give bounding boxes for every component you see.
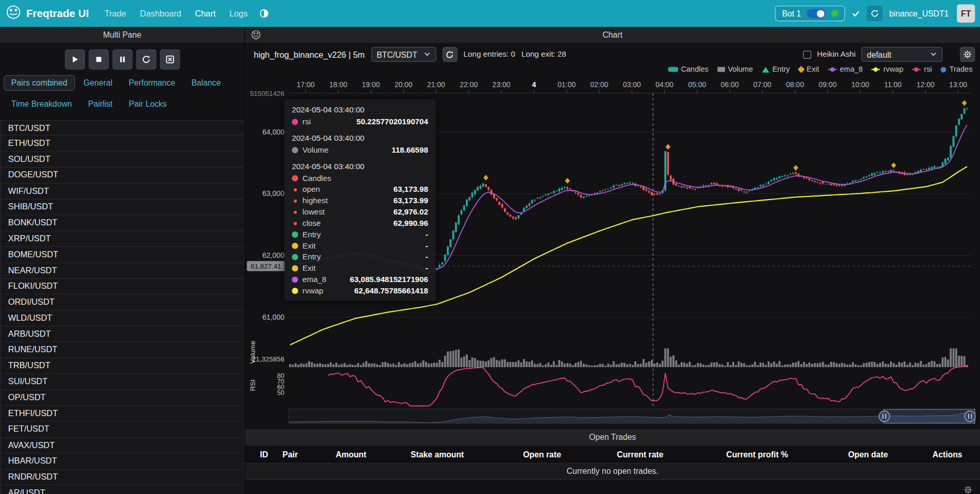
svg-text:21,325856: 21,325856 — [252, 355, 284, 363]
bot-selector[interactable]: Bot 1 — [775, 6, 844, 21]
column-header-current-profit-[interactable]: Current profit % — [720, 446, 842, 463]
pair-item[interactable]: HBAR/USDT — [0, 454, 244, 470]
pair-item[interactable]: SUI/USDT — [0, 374, 244, 390]
bot-toggle[interactable] — [807, 9, 825, 18]
legend-label: ema_8 — [840, 65, 863, 74]
tab-balance[interactable]: Balance — [184, 75, 228, 91]
pair-item[interactable]: ORDI/USDT — [0, 295, 244, 311]
nav-link-logs[interactable]: Logs — [223, 9, 255, 18]
column-header-amount[interactable]: Amount — [329, 446, 404, 463]
brand-title: Freqtrade UI — [26, 7, 89, 20]
avatar[interactable]: FT — [957, 4, 975, 22]
svg-text:19:00: 19:00 — [362, 80, 380, 89]
pair-select[interactable]: BTC/USDT — [371, 47, 436, 62]
svg-text:17:00: 17:00 — [297, 80, 315, 89]
play-button[interactable] — [65, 50, 85, 70]
legend-item-volume[interactable]: Volume — [717, 65, 753, 74]
tab-performance[interactable]: Performance — [121, 75, 182, 91]
nav-link-trade[interactable]: Trade — [97, 9, 133, 18]
svg-text:13:00: 13:00 — [949, 80, 967, 89]
tooltip-timestamp: 2024-05-04 03:40:00 — [292, 106, 428, 114]
plot-settings-gear-button[interactable] — [960, 47, 975, 62]
app-root: Freqtrade UI TradeDashboardChartLogs Bot… — [0, 0, 980, 494]
entry-marker-icon — [762, 67, 769, 72]
pair-item[interactable]: BOME/USDT — [0, 247, 244, 263]
pair-item[interactable]: AVAX/USDT — [0, 438, 244, 454]
exit-marker-icon — [798, 66, 805, 73]
legend-item-exit[interactable]: Exit — [799, 65, 819, 74]
tooltip-row: Entry- — [292, 229, 428, 240]
column-header-current-rate[interactable]: Current rate — [611, 446, 720, 463]
series-dot-icon — [292, 288, 298, 294]
brand[interactable]: Freqtrade UI — [6, 5, 89, 22]
tab-time-breakdown[interactable]: Time Breakdown — [4, 96, 79, 112]
pair-item[interactable]: AR/USDT — [0, 485, 244, 494]
pair-item[interactable]: XRP/USDT — [0, 231, 244, 247]
pair-item[interactable]: RNDR/USDT — [0, 469, 244, 485]
tooltip-row: ema_863,085.948152171906 — [292, 274, 428, 285]
multi-pane-tabs-row-2: Time BreakdownPairlistPair Locks — [4, 96, 241, 112]
pair-item[interactable]: SHIB/USDT — [0, 200, 244, 216]
theme-toggle-icon[interactable] — [255, 9, 274, 18]
column-header-stake-amount[interactable]: Stake amount — [404, 446, 517, 463]
legend-item-entry[interactable]: Entry — [762, 65, 790, 74]
column-header-actions[interactable]: Actions — [926, 446, 980, 463]
pair-item[interactable]: WLD/USDT — [0, 310, 244, 326]
nav-link-chart[interactable]: Chart — [188, 9, 223, 18]
svg-text:62,000: 62,000 — [262, 251, 284, 259]
reload-config-button[interactable] — [136, 50, 156, 70]
plot-config-value: default — [867, 50, 891, 59]
bot-check-icon — [852, 9, 860, 18]
pair-item[interactable]: NEAR/USDT — [0, 263, 244, 279]
pair-item[interactable]: ARB/USDT — [0, 326, 244, 342]
column-header-pair[interactable]: Pair — [276, 446, 329, 463]
legend-label: Candles — [681, 65, 708, 74]
nav-link-dashboard[interactable]: Dashboard — [133, 9, 188, 18]
tab-pair-locks[interactable]: Pair Locks — [121, 96, 174, 112]
column-header-open-date[interactable]: Open date — [842, 446, 926, 463]
series-dot-icon — [294, 210, 297, 213]
table-settings-gear-icon[interactable] — [964, 485, 972, 494]
legend-label: Volume — [728, 65, 753, 74]
tab-general[interactable]: General — [76, 75, 120, 91]
pair-item[interactable]: BONK/USDT — [0, 216, 244, 232]
heikin-ashi-checkbox[interactable] — [803, 51, 812, 59]
tooltip-series-label: Entry — [302, 253, 320, 261]
series-dot-icon — [294, 199, 297, 202]
legend-item-trades[interactable]: Trades — [941, 65, 973, 74]
pair-item[interactable]: RUNE/USDT — [0, 342, 244, 358]
legend-item-rsi[interactable]: rsi — [912, 65, 932, 74]
tooltip-series-value: 63,173.98 — [393, 185, 428, 194]
legend-item-candles[interactable]: Candles — [668, 65, 708, 74]
legend-item-ema_8[interactable]: ema_8 — [828, 65, 863, 74]
pair-item[interactable]: ETHFI/USDT — [0, 406, 244, 422]
pair-item[interactable]: WIF/USDT — [0, 184, 244, 200]
pair-item[interactable]: TRB/USDT — [0, 358, 244, 374]
multi-pane-title: Multi Pane — [103, 30, 142, 39]
pause-button[interactable] — [112, 50, 132, 70]
pair-item[interactable]: DOGE/USDT — [0, 168, 244, 184]
pair-item[interactable]: ETH/USDT — [0, 136, 244, 152]
pair-item[interactable]: FET/USDT — [0, 422, 244, 438]
svg-text:63,000: 63,000 — [262, 189, 284, 197]
tooltip-row: Candles — [292, 173, 428, 184]
pair-item[interactable]: OP/USDT — [0, 390, 244, 406]
legend-label: Exit — [807, 65, 819, 74]
refresh-chart-button[interactable] — [442, 47, 457, 62]
pair-select-value: BTC/USDT — [377, 50, 417, 59]
tooltip-row: rsi50.22577020190704 — [292, 117, 428, 128]
tab-pairs-combined[interactable]: Pairs combined — [4, 75, 75, 91]
plot-config-select[interactable]: default — [861, 47, 943, 62]
stop-button[interactable] — [89, 50, 109, 70]
cancel-open-orders-button[interactable] — [160, 50, 180, 70]
column-header-open-rate[interactable]: Open rate — [517, 446, 611, 463]
pair-item[interactable]: BTC/USDT — [0, 120, 244, 136]
legend-item-rvwap[interactable]: rvwap — [871, 65, 903, 74]
tab-pairlist[interactable]: Pairlist — [81, 96, 120, 112]
chart-tooltip: 2024-05-04 03:40:00rsi50.225770201907042… — [284, 100, 436, 301]
reload-bot-data-button[interactable] — [867, 6, 882, 21]
column-header-id[interactable]: ID — [245, 446, 276, 463]
pair-item[interactable]: FLOKI/USDT — [0, 279, 244, 295]
svg-text:07:00: 07:00 — [753, 80, 771, 89]
pair-item[interactable]: SOL/USDT — [0, 152, 244, 168]
